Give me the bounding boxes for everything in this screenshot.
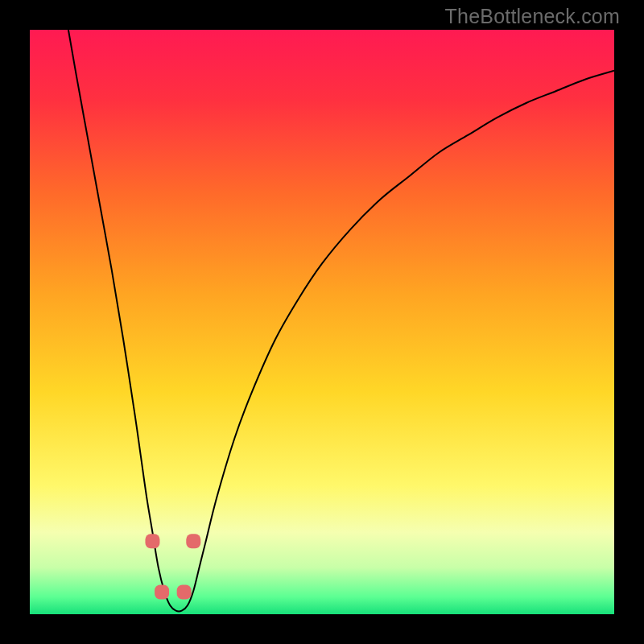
- highlight-dot: [177, 584, 192, 599]
- watermark-text: TheBottleneck.com: [445, 5, 620, 28]
- chart-frame: [30, 30, 614, 614]
- chart-background: [30, 30, 614, 614]
- highlight-dot: [186, 534, 200, 548]
- highlight-dot: [145, 534, 159, 548]
- highlight-dot: [155, 584, 169, 599]
- bottleneck-chart: [30, 30, 614, 614]
